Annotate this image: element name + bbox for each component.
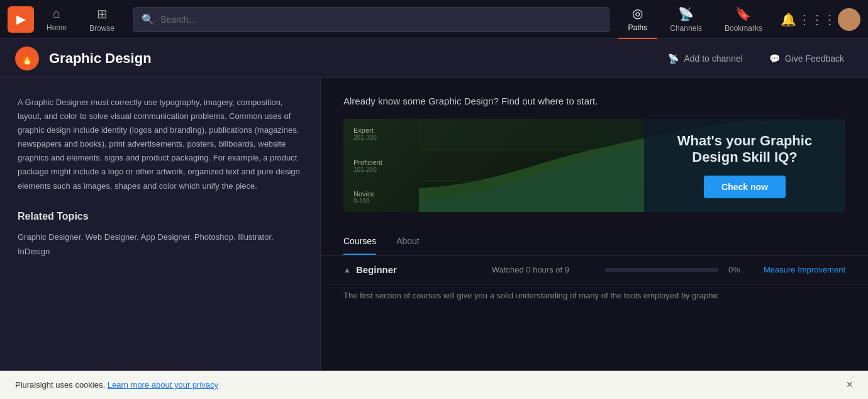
- already-know-text: Already know some Graphic Design? Find o…: [343, 96, 845, 106]
- skill-iq-banner: Already know some Graphic Design? Find o…: [321, 78, 868, 222]
- nav-channels-label: Channels: [670, 24, 702, 33]
- nav-bookmarks[interactable]: 🔖 Bookmarks: [715, 0, 772, 39]
- related-topics-list: Graphic Designer, Web Designer, App Desi…: [18, 230, 303, 259]
- browse-icon: ⊞: [97, 6, 108, 21]
- expert-label: Expert 201-300: [353, 126, 419, 141]
- cookie-close-button[interactable]: ×: [846, 378, 853, 391]
- description-text: A Graphic Designer must correctly use ty…: [18, 96, 303, 193]
- nav-paths[interactable]: ◎ Paths: [618, 0, 658, 39]
- search-input[interactable]: [160, 14, 601, 25]
- give-feedback-button[interactable]: 💬 Give Feedback: [760, 50, 853, 67]
- cookie-privacy-link[interactable]: Learn more about your privacy: [108, 380, 218, 390]
- skill-iq-question: What's your Graphic Design Skill IQ?: [644, 133, 845, 166]
- page-title: Graphic Design: [49, 50, 650, 67]
- tabs-bar: Courses About: [321, 228, 868, 256]
- avatar[interactable]: [838, 8, 860, 31]
- section-toggle[interactable]: ▲ Beginner: [343, 264, 482, 275]
- proficient-label: Proficient 101-200: [353, 159, 419, 173]
- course-description: The first section of courses will give y…: [321, 284, 868, 312]
- subheader: 🔥 Graphic Design 📡 Add to channel 💬 Give…: [0, 39, 868, 78]
- skill-iq-card: Expert 201-300 Proficient 101-200 Novice…: [343, 119, 845, 212]
- main-content: A Graphic Designer must correctly use ty…: [0, 78, 868, 399]
- add-channel-label: Add to channel: [684, 53, 742, 64]
- related-topics-heading: Related Topics: [18, 211, 303, 222]
- paths-icon: ◎: [632, 6, 643, 21]
- nav-browse-label: Browse: [89, 24, 114, 33]
- notifications-button[interactable]: 🔔: [775, 6, 801, 33]
- left-panel: A Graphic Designer must correctly use ty…: [0, 78, 321, 399]
- give-feedback-label: Give Feedback: [785, 53, 844, 64]
- nav-home-label: Home: [47, 23, 67, 32]
- nav-bookmarks-label: Bookmarks: [725, 24, 762, 33]
- add-to-channel-button[interactable]: 📡 Add to channel: [660, 50, 750, 67]
- skill-iq-labels: Expert 201-300 Proficient 101-200 Novice…: [343, 119, 419, 212]
- search-icon: 🔍: [142, 13, 154, 25]
- beginner-section-row: ▲ Beginner Watched 0 hours of 9 0% Measu…: [321, 256, 868, 284]
- search-bar: 🔍: [133, 7, 609, 32]
- section-name: Beginner: [356, 264, 482, 275]
- page-icon-glyph: 🔥: [20, 52, 34, 65]
- progress-percent: 0%: [728, 265, 754, 274]
- watched-info: Watched 0 hours of 9: [492, 265, 595, 274]
- nav-channels[interactable]: 📡 Channels: [660, 0, 712, 39]
- nav-paths-label: Paths: [628, 23, 648, 32]
- cookie-message: Pluralsight uses cookies.: [15, 380, 105, 390]
- feedback-icon: 💬: [769, 53, 780, 64]
- right-panel: Already know some Graphic Design? Find o…: [321, 78, 868, 399]
- bookmarks-icon: 🔖: [735, 6, 751, 21]
- tab-courses[interactable]: Courses: [343, 228, 376, 255]
- nav-browse[interactable]: ⊞ Browse: [79, 0, 125, 39]
- skill-iq-cta: What's your Graphic Design Skill IQ? Che…: [644, 119, 845, 212]
- page-icon: 🔥: [15, 47, 39, 70]
- tab-about[interactable]: About: [396, 228, 420, 255]
- nav-right-actions: 🔔 ⋮⋮⋮: [775, 6, 860, 33]
- check-now-button[interactable]: Check now: [704, 176, 786, 198]
- add-channel-icon: 📡: [668, 53, 679, 64]
- apps-grid-button[interactable]: ⋮⋮⋮: [804, 6, 830, 33]
- progress-bar: [605, 268, 718, 272]
- top-navigation: ▶ ⌂ Home ⊞ Browse 🔍 ◎ Paths 📡 Channels 🔖…: [0, 0, 868, 39]
- home-icon: ⌂: [53, 6, 60, 21]
- app-logo[interactable]: ▶: [8, 6, 34, 33]
- nav-home[interactable]: ⌂ Home: [36, 0, 77, 39]
- measure-improvement-link[interactable]: Measure Improvement: [764, 265, 845, 274]
- channels-icon: 📡: [678, 6, 694, 21]
- cookie-banner: Pluralsight uses cookies. Learn more abo…: [0, 371, 868, 399]
- novice-label: Novice 0-100: [353, 190, 419, 205]
- cookie-text: Pluralsight uses cookies. Learn more abo…: [15, 380, 836, 390]
- chevron-up-icon: ▲: [343, 266, 351, 274]
